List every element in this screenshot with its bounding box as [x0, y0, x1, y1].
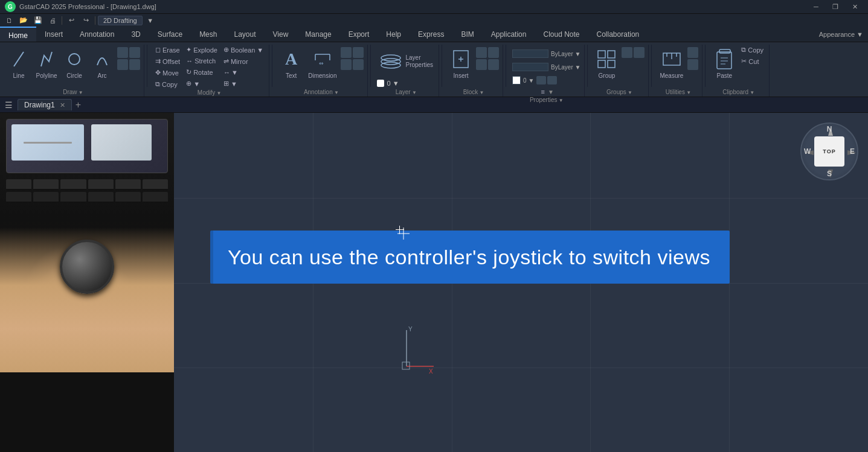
tab-help[interactable]: Help [378, 27, 410, 42]
tab-3d[interactable]: 3D [123, 27, 149, 42]
draw-extra-3[interactable] [117, 59, 128, 70]
close-button[interactable]: ✕ [846, 1, 863, 13]
ann-extra-2[interactable] [353, 47, 364, 58]
block-extra-1[interactable] [476, 47, 487, 58]
ribbon-item-copy[interactable]: ⧉ Copy [153, 79, 182, 89]
app-logo: G [5, 1, 16, 12]
tab-mesh[interactable]: Mesh [191, 27, 225, 42]
restore-button[interactable]: ❐ [827, 1, 844, 13]
tab-application[interactable]: Application [483, 27, 535, 42]
ribbon-item-move[interactable]: ✥ Move [153, 68, 182, 78]
ribbon-item-arr3[interactable]: ⊞ ▼ [222, 78, 265, 89]
ribbon-item-mirror[interactable]: ⇌ Mirror [222, 56, 265, 66]
properties-group-label[interactable]: Properties [530, 97, 564, 104]
block-extra-4[interactable] [488, 59, 499, 70]
utilities-group-label[interactable]: Utilities [666, 89, 691, 97]
measure-label: Measure [660, 72, 683, 80]
ann-extra-4[interactable] [353, 59, 364, 70]
qa-save[interactable]: 💾 [31, 14, 45, 27]
block-extra-3[interactable] [476, 59, 487, 70]
properties-expand[interactable]: ▼ [548, 89, 554, 95]
ribbon-item-arr2[interactable]: ↔ ▼ [222, 68, 265, 77]
tab-view[interactable]: View [265, 27, 297, 42]
annotation-group-label[interactable]: Annotation [304, 89, 339, 97]
qa-print[interactable]: 🖨 [46, 14, 59, 27]
workspace-selector[interactable]: 2D Drafting [98, 16, 143, 25]
ribbon-item-boolean[interactable]: ⊕ Boolean ▼ [222, 45, 265, 55]
compass[interactable]: TOP N S E W [800, 123, 858, 180]
svg-point-1 [69, 54, 80, 65]
canvas-area[interactable]: You can use the controller's joystick to… [174, 113, 868, 452]
qa-undo[interactable]: ↩ [65, 14, 78, 27]
tab-bim[interactable]: BIM [452, 27, 482, 42]
tab-home[interactable]: Home [0, 27, 36, 42]
ribbon-item-text[interactable]: A Text [278, 45, 304, 81]
layer-group-label[interactable]: Layer [396, 89, 417, 97]
tab-surface[interactable]: Surface [149, 27, 191, 42]
svg-rect-21 [717, 52, 731, 69]
qa-new[interactable]: 🗋 [2, 14, 16, 27]
ann-extra-3[interactable] [341, 59, 352, 70]
ribbon-item-erase[interactable]: ◻ Erase [153, 45, 182, 55]
block-extra-2[interactable] [488, 47, 499, 58]
ribbon-item-layer-properties[interactable]: Layer Properties [377, 48, 435, 75]
doc-tab-drawing1[interactable]: Drawing1 ✕ [18, 99, 72, 110]
add-tab-button[interactable]: + [76, 100, 81, 110]
ribbon-item-circle[interactable]: Circle [62, 45, 87, 81]
tab-insert[interactable]: Insert [36, 27, 71, 42]
ribbon-item-rotate[interactable]: ↻ Rotate [184, 67, 219, 77]
block-group-label[interactable]: Block [463, 89, 484, 97]
draw-group-label[interactable]: Draw [63, 89, 83, 97]
caption-box: You can use the controller's joystick to… [210, 231, 730, 284]
ribbon-group-block: Insert Block [445, 45, 503, 97]
appearance-label[interactable]: Appearance ▼ [819, 31, 863, 38]
ribbon-item-arc[interactable]: Arc [89, 45, 115, 81]
util-extra-1[interactable] [687, 47, 698, 58]
doc-tab-close[interactable]: ✕ [60, 101, 65, 109]
tab-layout[interactable]: Layout [225, 27, 264, 42]
ribbon-item-offset[interactable]: ⇉ Offset [153, 56, 182, 66]
color-label[interactable]: 0 ▼ [523, 77, 534, 84]
util-extra-2[interactable] [687, 59, 698, 70]
ribbon-item-insert[interactable]: Insert [448, 45, 474, 81]
ribbon-item-group[interactable]: Group [594, 45, 619, 81]
ribbon-item-polyline[interactable]: Polyline [34, 45, 59, 81]
ribbon-item-line[interactable]: Line [6, 45, 31, 81]
workspace-arrow[interactable]: ▼ [144, 14, 157, 27]
extra-btn-2[interactable] [547, 76, 557, 84]
ribbon-item-copy-sm[interactable]: ⧉ Copy [739, 45, 765, 55]
tab-manage[interactable]: Manage [297, 27, 339, 42]
ribbon-item-stretch[interactable]: ↔ Stretch [184, 56, 219, 66]
tab-annotation[interactable]: Annotation [71, 27, 123, 42]
ann-extra-1[interactable] [341, 47, 352, 58]
hamburger-menu[interactable]: ☰ [5, 100, 13, 110]
grp-extra-1[interactable] [622, 47, 632, 58]
modify-group-label[interactable]: Modify [198, 89, 222, 97]
extra-btn-1[interactable] [536, 76, 546, 84]
qa-redo[interactable]: ↪ [79, 14, 92, 27]
bylayer-label-1[interactable]: ByLayer ▼ [551, 51, 580, 57]
grp-extra-2[interactable] [634, 47, 645, 58]
layer-current[interactable]: 0 ▼ [387, 80, 399, 87]
clipboard-group-label[interactable]: Clipboard [722, 89, 754, 97]
minimize-button[interactable]: ─ [808, 1, 825, 13]
tab-cloud[interactable]: Cloud Note [535, 27, 588, 42]
tab-express[interactable]: Express [410, 27, 452, 42]
bylayer-label-2[interactable]: ByLayer ▼ [551, 64, 580, 71]
ribbon-group-annotation: A Text ⇔ Dimension [275, 45, 368, 97]
draw-extra-1[interactable] [117, 47, 128, 58]
match-properties-btn[interactable]: ≡ [539, 87, 547, 97]
groups-group-label[interactable]: Groups [606, 89, 632, 97]
ribbon-item-cut[interactable]: ✂ Cut [739, 56, 765, 66]
draw-extra-4[interactable] [129, 59, 140, 70]
ribbon-item-dimension[interactable]: ⇔ Dimension [306, 45, 338, 81]
qa-open[interactable]: 📂 [17, 14, 30, 27]
tab-export[interactable]: Export [340, 27, 378, 42]
tab-collab[interactable]: Collaboration [588, 27, 648, 42]
ribbon-item-measure[interactable]: Measure [658, 45, 685, 81]
ribbon-item-explode[interactable]: ✦ Explode [184, 45, 219, 55]
ribbon-item-arr1[interactable]: ⊕ ▼ [184, 78, 219, 89]
svg-text:X: X [429, 368, 433, 375]
draw-extra-2[interactable] [129, 47, 140, 58]
ribbon-item-paste[interactable]: Paste [712, 45, 737, 81]
